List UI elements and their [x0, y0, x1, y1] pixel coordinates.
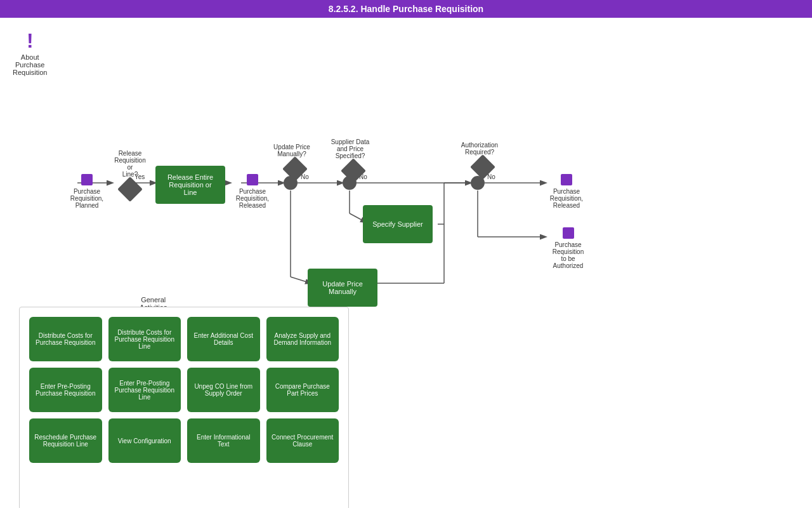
purple-square-released-2	[561, 174, 572, 185]
btn-additional-cost[interactable]: Enter Additional Cost Details	[187, 317, 260, 361]
label-released-2: PurchaseRequisition,Released	[544, 188, 589, 209]
node-specify-supplier[interactable]: Specify Supplier	[363, 205, 433, 243]
diamond-auth	[470, 154, 495, 180]
node-purchase-req-planned: PurchaseRequisition,Planned	[65, 174, 109, 209]
btn-pre-posting-req[interactable]: Enter Pre-Posting Purchase Requisition	[29, 368, 102, 412]
rect-update-price[interactable]: Update PriceManually	[308, 269, 377, 307]
header-title: 8.2.5.2. Handle Purchase Requisition	[329, 4, 483, 14]
btn-pre-posting-line[interactable]: Enter Pre-Posting Purchase Requisition L…	[108, 368, 181, 412]
btn-unpeg-co[interactable]: Unpeg CO Line from Supply Order	[187, 368, 260, 412]
label-price-q: Update PriceManually?	[270, 144, 314, 157]
header-bar: 8.2.5.2. Handle Purchase Requisition	[0, 0, 812, 18]
exclamation-icon: !	[27, 30, 34, 51]
diamond-release	[117, 177, 143, 202]
diamond-price	[282, 156, 308, 182]
purple-square-released-1	[247, 174, 258, 185]
btn-compare-prices[interactable]: Compare Purchase Part Prices	[266, 368, 339, 412]
node-pr-released-1: PurchaseRequisition,Released	[230, 174, 275, 209]
diamond-supplier	[341, 158, 366, 184]
rect-specify-supplier[interactable]: Specify Supplier	[363, 205, 433, 243]
label-supplier-q: Supplier Dataand PriceSpecified?	[325, 138, 376, 159]
btn-connect-procurement[interactable]: Connect Procurement Clause	[266, 418, 339, 463]
general-activities-box: Distribute Costs for Purchase Requisitio…	[19, 307, 349, 508]
node-diamond-release: ReleaseRequisition orLine?	[111, 150, 149, 198]
node-diamond-auth: AuthorizationRequired?	[454, 142, 505, 176]
rect-release-entire[interactable]: Release EntireRequisition orLine	[155, 166, 225, 204]
purple-square-planned	[81, 174, 93, 185]
label-release-q: ReleaseRequisition orLine?	[111, 150, 149, 178]
btn-distribute-costs-req[interactable]: Distribute Costs for Purchase Requisitio…	[29, 317, 102, 361]
flow-area: Yes No No No PurchaseRequisition,Planned…	[32, 50, 603, 323]
btn-distribute-costs-line[interactable]: Distribute Costs for Purchase Requisitio…	[108, 317, 181, 361]
node-pr-released-2: PurchaseRequisition,Released	[544, 174, 589, 209]
label-authorize: PurchaseRequisitionto beAuthorized	[544, 241, 592, 269]
node-update-price[interactable]: Update PriceManually	[308, 269, 377, 307]
label-released-1: PurchaseRequisition,Released	[230, 188, 275, 209]
node-release-entire[interactable]: Release EntireRequisition orLine	[155, 166, 225, 204]
btn-informational-text[interactable]: Enter Informational Text	[187, 418, 260, 463]
activity-grid: Distribute Costs for Purchase Requisitio…	[20, 307, 348, 472]
node-diamond-price: Update PriceManually?	[270, 144, 314, 178]
label-planned: PurchaseRequisition,Planned	[65, 188, 109, 209]
btn-analyze-supply[interactable]: Analyze Supply and Demand Information	[266, 317, 339, 361]
label-auth-q: AuthorizationRequired?	[454, 142, 505, 156]
purple-square-authorize	[563, 227, 574, 239]
main-area: ! AboutPurchaseRequisition	[0, 18, 812, 507]
node-diamond-supplier: Supplier Dataand PriceSpecified?	[325, 138, 376, 180]
btn-view-config[interactable]: View Configuration	[108, 418, 181, 463]
btn-reschedule[interactable]: Reschedule Purchase Requisition Line	[29, 418, 102, 463]
node-pr-authorize: PurchaseRequisitionto beAuthorized	[544, 227, 592, 269]
